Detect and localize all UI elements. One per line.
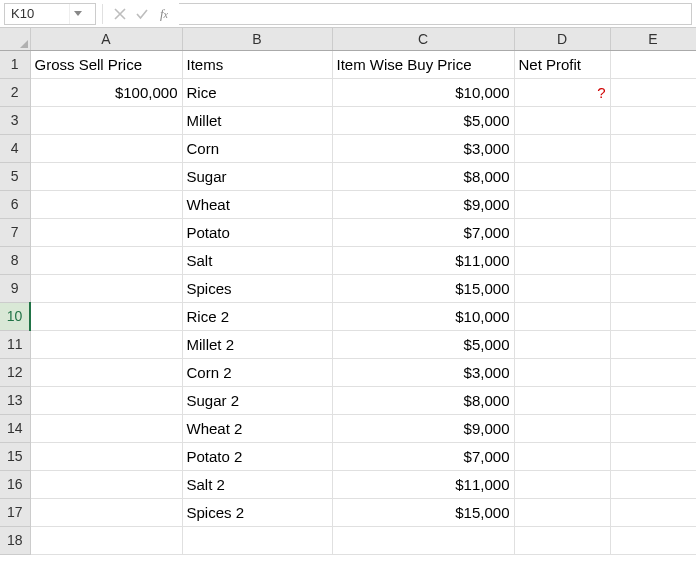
cell-A9[interactable] [30, 274, 182, 302]
row-header-9[interactable]: 9 [0, 274, 30, 302]
row-header-6[interactable]: 6 [0, 190, 30, 218]
cell-B17[interactable]: Spices 2 [182, 498, 332, 526]
cell-A8[interactable] [30, 246, 182, 274]
cell-C10[interactable]: $10,000 [332, 302, 514, 330]
cell-D12[interactable] [514, 358, 610, 386]
cell-D1[interactable]: Net Profit [514, 50, 610, 78]
row-header-15[interactable]: 15 [0, 442, 30, 470]
row-header-12[interactable]: 12 [0, 358, 30, 386]
cell-C18[interactable] [332, 526, 514, 554]
cell-C17[interactable]: $15,000 [332, 498, 514, 526]
cell-D14[interactable] [514, 414, 610, 442]
cell-D10[interactable] [514, 302, 610, 330]
name-box-dropdown[interactable] [69, 4, 85, 24]
cell-E13[interactable] [610, 386, 696, 414]
cell-D2[interactable]: ? [514, 78, 610, 106]
col-header-A[interactable]: A [30, 28, 182, 50]
cell-C5[interactable]: $8,000 [332, 162, 514, 190]
cell-B9[interactable]: Spices [182, 274, 332, 302]
cell-B11[interactable]: Millet 2 [182, 330, 332, 358]
cell-E10[interactable] [610, 302, 696, 330]
cell-C16[interactable]: $11,000 [332, 470, 514, 498]
cell-A4[interactable] [30, 134, 182, 162]
cell-E14[interactable] [610, 414, 696, 442]
row-header-1[interactable]: 1 [0, 50, 30, 78]
cell-E6[interactable] [610, 190, 696, 218]
cell-B8[interactable]: Salt [182, 246, 332, 274]
row-header-5[interactable]: 5 [0, 162, 30, 190]
col-header-E[interactable]: E [610, 28, 696, 50]
cell-E12[interactable] [610, 358, 696, 386]
row-header-4[interactable]: 4 [0, 134, 30, 162]
cell-B1[interactable]: Items [182, 50, 332, 78]
cell-D13[interactable] [514, 386, 610, 414]
cell-D18[interactable] [514, 526, 610, 554]
cell-B2[interactable]: Rice [182, 78, 332, 106]
cell-B4[interactable]: Corn [182, 134, 332, 162]
insert-function-button[interactable]: fx [153, 6, 175, 22]
cell-A1[interactable]: Gross Sell Price [30, 50, 182, 78]
col-header-B[interactable]: B [182, 28, 332, 50]
cell-A13[interactable] [30, 386, 182, 414]
cell-B12[interactable]: Corn 2 [182, 358, 332, 386]
cell-D6[interactable] [514, 190, 610, 218]
cancel-formula-button[interactable] [109, 3, 131, 25]
cell-E4[interactable] [610, 134, 696, 162]
cell-C11[interactable]: $5,000 [332, 330, 514, 358]
cell-A11[interactable] [30, 330, 182, 358]
cell-D3[interactable] [514, 106, 610, 134]
cell-A18[interactable] [30, 526, 182, 554]
cell-D5[interactable] [514, 162, 610, 190]
cell-A3[interactable] [30, 106, 182, 134]
name-box[interactable] [5, 4, 69, 24]
cell-C15[interactable]: $7,000 [332, 442, 514, 470]
cell-E2[interactable] [610, 78, 696, 106]
cell-A7[interactable] [30, 218, 182, 246]
formula-input[interactable] [179, 3, 692, 25]
cell-D7[interactable] [514, 218, 610, 246]
cell-E15[interactable] [610, 442, 696, 470]
col-header-D[interactable]: D [514, 28, 610, 50]
cell-D15[interactable] [514, 442, 610, 470]
cell-D17[interactable] [514, 498, 610, 526]
cell-B13[interactable]: Sugar 2 [182, 386, 332, 414]
cell-C4[interactable]: $3,000 [332, 134, 514, 162]
cell-B6[interactable]: Wheat [182, 190, 332, 218]
confirm-formula-button[interactable] [131, 3, 153, 25]
cell-E3[interactable] [610, 106, 696, 134]
row-header-17[interactable]: 17 [0, 498, 30, 526]
cell-C13[interactable]: $8,000 [332, 386, 514, 414]
cell-A15[interactable] [30, 442, 182, 470]
row-header-7[interactable]: 7 [0, 218, 30, 246]
row-header-18[interactable]: 18 [0, 526, 30, 554]
row-header-2[interactable]: 2 [0, 78, 30, 106]
cell-B15[interactable]: Potato 2 [182, 442, 332, 470]
cell-C12[interactable]: $3,000 [332, 358, 514, 386]
cell-B7[interactable]: Potato [182, 218, 332, 246]
cell-D16[interactable] [514, 470, 610, 498]
cell-D8[interactable] [514, 246, 610, 274]
cell-B16[interactable]: Salt 2 [182, 470, 332, 498]
cell-E18[interactable] [610, 526, 696, 554]
cell-C14[interactable]: $9,000 [332, 414, 514, 442]
cell-E5[interactable] [610, 162, 696, 190]
cell-D4[interactable] [514, 134, 610, 162]
row-header-11[interactable]: 11 [0, 330, 30, 358]
row-header-8[interactable]: 8 [0, 246, 30, 274]
row-header-10[interactable]: 10 [0, 302, 30, 330]
cell-E17[interactable] [610, 498, 696, 526]
cell-B14[interactable]: Wheat 2 [182, 414, 332, 442]
cell-E8[interactable] [610, 246, 696, 274]
cell-E11[interactable] [610, 330, 696, 358]
row-header-13[interactable]: 13 [0, 386, 30, 414]
cell-A6[interactable] [30, 190, 182, 218]
cell-A10[interactable] [30, 302, 182, 330]
cell-B10[interactable]: Rice 2 [182, 302, 332, 330]
select-all-corner[interactable] [0, 28, 30, 50]
col-header-C[interactable]: C [332, 28, 514, 50]
cell-A14[interactable] [30, 414, 182, 442]
row-header-16[interactable]: 16 [0, 470, 30, 498]
cell-C1[interactable]: Item Wise Buy Price [332, 50, 514, 78]
cell-A17[interactable] [30, 498, 182, 526]
row-header-14[interactable]: 14 [0, 414, 30, 442]
